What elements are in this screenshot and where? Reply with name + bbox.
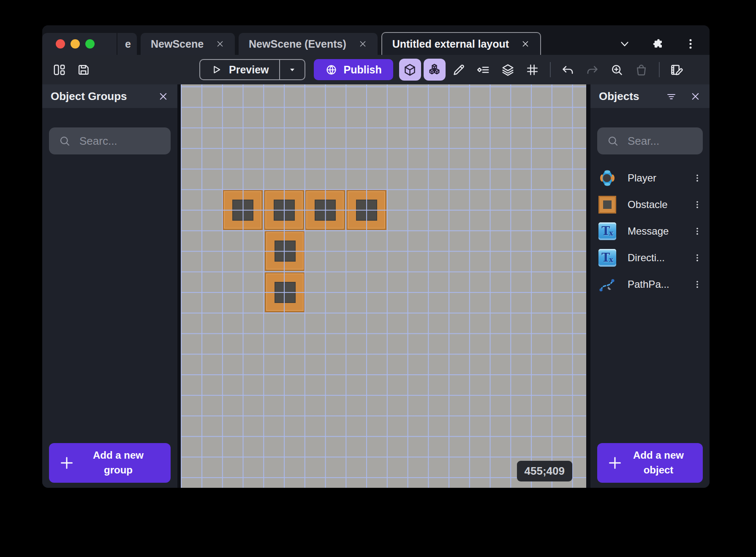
minimize-window-button[interactable] (71, 39, 80, 49)
object-name: Message (628, 225, 682, 237)
zoom-in-button[interactable] (606, 59, 628, 81)
hamburger-menu-icon[interactable] (105, 36, 117, 51)
filter-icon[interactable] (666, 91, 677, 102)
more-vertical-icon[interactable] (693, 280, 702, 289)
obstacle-instance[interactable] (265, 231, 305, 271)
gdevelop-window: eNewSceneNewScene (Events)Untitled exter… (42, 25, 710, 488)
tab-label: NewScene (Events) (249, 38, 346, 50)
tab-label: e (125, 38, 131, 50)
objects-search-input[interactable]: Sear... (597, 127, 703, 154)
more-vertical-icon[interactable] (693, 200, 702, 209)
search-icon (58, 135, 71, 147)
more-vertical-icon[interactable] (693, 173, 702, 183)
publish-button[interactable]: Publish (314, 59, 393, 80)
plus-icon (606, 454, 623, 471)
publish-label: Publish (344, 64, 382, 76)
preview-button[interactable]: Preview (199, 59, 305, 80)
trash-button[interactable] (631, 59, 653, 81)
add-new-group-button[interactable]: Add a new group (49, 443, 171, 483)
tab-untitled-external-layout[interactable]: Untitled external layout (381, 32, 541, 55)
play-icon (210, 64, 222, 76)
toolbar-divider (659, 62, 660, 77)
object-item-player[interactable]: Player (590, 165, 710, 191)
content-area: Object Groups Searc... Add a new group (42, 84, 710, 488)
toolbar-divider (550, 62, 551, 77)
search-icon (606, 135, 619, 147)
player-sprite-icon (598, 169, 617, 187)
window-chrome (42, 33, 117, 55)
redo-button[interactable] (582, 59, 604, 81)
objects-title: Objects (599, 90, 639, 103)
add-group-line1: Add a new (93, 449, 144, 461)
tab-e[interactable]: e (117, 33, 137, 55)
text-object-icon: Tx (598, 222, 617, 241)
fullscreen-window-button[interactable] (85, 39, 95, 49)
object-item-directi[interactable]: TxDirecti... (590, 244, 710, 271)
screenshot-root: eNewSceneNewScene (Events)Untitled exter… (0, 0, 756, 557)
obstacle-instance[interactable] (264, 190, 304, 230)
main-toolbar: Preview Publish (42, 55, 710, 84)
tab-close-icon[interactable] (521, 39, 530, 49)
titlebar: eNewSceneNewScene (Events)Untitled exter… (42, 25, 710, 55)
object-groups-header: Object Groups (42, 84, 177, 108)
object-groups-search-input[interactable]: Searc... (49, 127, 171, 154)
object-groups-panel: Object Groups Searc... Add a new group (42, 84, 177, 488)
edit-scene-button[interactable] (666, 59, 688, 81)
object-name: Directi... (628, 252, 682, 264)
tab-label: NewScene (151, 38, 204, 50)
obstacle-sprite-icon (598, 195, 617, 214)
layers-button[interactable] (497, 59, 519, 81)
tab-newscene-events[interactable]: NewScene (Events) (239, 33, 378, 55)
object-name: Obstacle (628, 199, 682, 211)
3d-box-button[interactable] (399, 59, 421, 81)
tab-newscene[interactable]: NewScene (141, 33, 235, 55)
close-window-button[interactable] (56, 39, 65, 49)
more-vertical-icon[interactable] (684, 38, 697, 50)
text-object-icon: Tx (598, 249, 617, 267)
text-object-icon: Tx (598, 222, 616, 240)
obstacle-sprite-icon (598, 196, 616, 214)
object-item-pathpa[interactable]: PathPa... (590, 271, 710, 297)
obstacle-instance[interactable] (346, 190, 386, 230)
object-name: Player (628, 172, 682, 184)
obstacle-instance[interactable] (265, 272, 305, 312)
preview-dropdown-button[interactable] (279, 60, 305, 79)
text-object-icon: Tx (598, 249, 616, 267)
tab-close-icon[interactable] (358, 39, 367, 49)
object-name: PathPa... (628, 278, 682, 290)
search-placeholder: Searc... (79, 135, 117, 148)
close-icon[interactable] (690, 91, 701, 102)
path-paint-icon (598, 275, 617, 294)
object-item-obstacle[interactable]: Obstacle (590, 191, 710, 218)
more-vertical-icon[interactable] (693, 227, 702, 236)
objects-header: Objects (590, 84, 710, 108)
instances-cubes-button[interactable] (424, 59, 446, 81)
obstacle-instance[interactable] (305, 190, 345, 230)
toolbar-left-group (52, 63, 90, 77)
scene-canvas[interactable]: 455;409 (181, 84, 586, 488)
instance-list-button[interactable] (473, 59, 495, 81)
objects-panel: Objects Sear... PlayerObstacleTxMessageT… (590, 84, 710, 488)
grid-button[interactable] (522, 59, 544, 81)
pencil-button[interactable] (448, 59, 470, 81)
object-groups-title: Object Groups (51, 90, 127, 103)
chevron-down-icon[interactable] (618, 38, 631, 50)
player-sprite-icon (598, 169, 617, 187)
undo-button[interactable] (557, 59, 579, 81)
plus-icon (58, 454, 75, 471)
object-item-message[interactable]: TxMessage (590, 218, 710, 244)
obstacle-instance[interactable] (223, 190, 263, 230)
save-icon[interactable] (76, 63, 90, 77)
add-object-line1: Add a new (633, 449, 684, 461)
titlebar-actions (606, 33, 710, 55)
project-manager-icon[interactable] (52, 63, 66, 77)
tab-close-icon[interactable] (215, 39, 225, 49)
caret-down-icon (288, 65, 297, 74)
puzzle-extension-icon[interactable] (651, 38, 664, 50)
path-paint-icon (598, 275, 617, 294)
add-new-object-button[interactable]: Add a new object (597, 443, 703, 483)
more-vertical-icon[interactable] (693, 253, 702, 262)
close-icon[interactable] (158, 91, 169, 102)
preview-label: Preview (229, 64, 269, 76)
add-group-line2: group (104, 464, 133, 476)
